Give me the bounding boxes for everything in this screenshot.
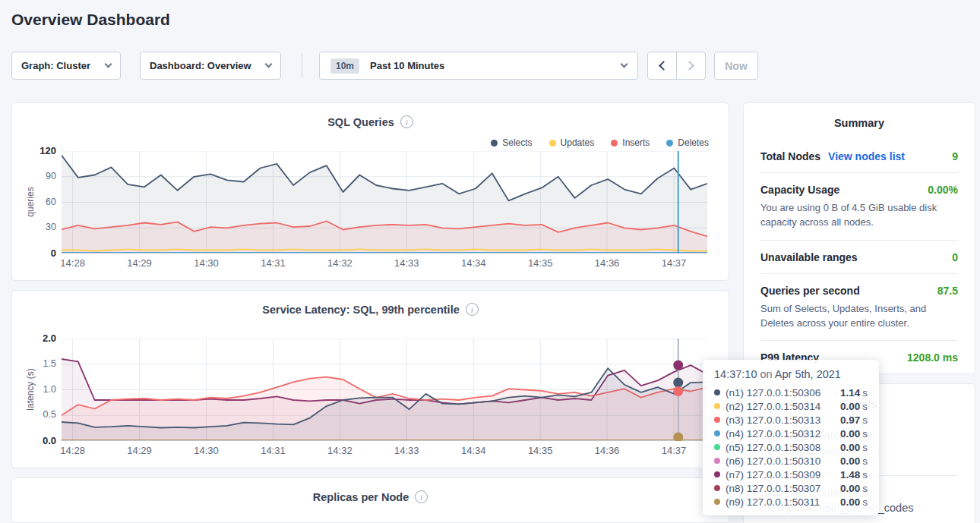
tooltip-node-row: (n8) 127.0.0.1:503070.00s: [714, 481, 868, 495]
sql-queries-chart-card: SQL Queries SelectsUpdatesInsertsDeletes…: [11, 102, 729, 281]
chart-title: Service Latency: SQL, 99th percentile: [262, 304, 460, 316]
node-color-dot: [714, 389, 720, 395]
info-icon[interactable]: [466, 303, 479, 316]
summary-rows: Total NodesView nodes list9Capacity Usag…: [760, 140, 958, 373]
x-axis-tick: 14:34: [454, 445, 492, 456]
node-latency-value: 0.00s: [840, 428, 868, 440]
node-latency-value: 0.97s: [840, 414, 868, 426]
y-axis-tick: 1.5: [23, 358, 56, 369]
x-axis-tick: 14:36: [588, 257, 626, 269]
service-latency-chart-card: Service Latency: SQL, 99th percentile la…: [11, 290, 729, 468]
now-button-label: Now: [725, 60, 748, 72]
legend-dot: [491, 140, 498, 147]
y-axis-tick: 90: [23, 171, 56, 181]
node-label: (n6) 127.0.0.1:50310: [726, 455, 820, 467]
time-step-buttons: [647, 52, 706, 80]
chart-title: Replicas per Node: [313, 491, 409, 503]
summary-row-description: You are using 0 B of 4.5 GiB usable disk…: [760, 201, 958, 230]
legend-dot: [666, 140, 673, 147]
x-axis-tick: 14:32: [321, 257, 359, 269]
controls-divider: [302, 53, 302, 78]
time-back-button[interactable]: [648, 52, 677, 79]
summary-row: Unavailable ranges0: [760, 240, 958, 273]
sql-queries-chart[interactable]: [62, 151, 707, 254]
x-axis-tick: 14:35: [521, 257, 559, 269]
node-label: (n9) 127.0.0.1:50311: [726, 496, 820, 508]
legend-dot: [611, 140, 618, 147]
summary-row-value: 87.5: [937, 285, 958, 297]
node-color-dot: [714, 458, 720, 464]
tooltip-timestamp: 14:37:10 on Apr 5th, 2021: [714, 368, 868, 380]
node-latency-value: 0.00s: [840, 496, 868, 508]
node-label: (n5) 127.0.0.1:50308: [726, 442, 820, 453]
x-axis-tick: 14:37: [655, 445, 693, 456]
node-latency-unit: s: [862, 428, 868, 440]
x-axis-tick: 14:29: [121, 445, 159, 456]
summary-card: Summary Total NodesView nodes list9Capac…: [743, 102, 975, 374]
summary-row-label: Queries per second: [760, 285, 860, 297]
node-label: (n8) 127.0.0.1:50307: [726, 483, 820, 494]
node-color-dot: [714, 403, 720, 409]
tooltip-node-row: (n1) 127.0.0.1:503061.14s: [714, 386, 868, 399]
dashboard-selector-label: Dashboard: Overview: [150, 60, 251, 71]
hover-tooltip: 14:37:10 on Apr 5th, 2021 (n1) 127.0.0.1…: [703, 360, 879, 515]
chevron-left-icon: [659, 61, 669, 71]
node-label: (n1) 127.0.0.1:50306: [726, 387, 820, 399]
legend-item[interactable]: Deletes: [666, 137, 709, 148]
dashboard-selector-dropdown[interactable]: Dashboard: Overview: [140, 52, 281, 80]
time-range-selector[interactable]: 10m Past 10 Minutes: [319, 52, 638, 80]
node-latency-value: 1.14s: [840, 387, 868, 399]
graph-selector-dropdown[interactable]: Graph: Cluster: [11, 52, 121, 80]
tooltip-date: Apr 5th, 2021: [775, 368, 841, 380]
chevron-down-icon: [265, 61, 273, 68]
x-axis-tick: 14:33: [387, 257, 425, 269]
summary-row-label: Total Nodes: [760, 150, 820, 162]
service-latency-chart[interactable]: [62, 339, 707, 441]
tooltip-node-row: (n7) 127.0.0.1:503091.48s: [714, 468, 868, 481]
graph-selector-label: Graph: Cluster: [21, 60, 90, 71]
summary-row-main: Queries per second87.5: [760, 285, 958, 297]
x-axis-tick: 14:29: [121, 257, 159, 269]
node-latency-unit: s: [862, 469, 868, 480]
node-latency-unit: s: [862, 496, 868, 508]
summary-title: Summary: [760, 103, 958, 129]
x-axis-tick: 14:31: [254, 445, 292, 456]
view-nodes-list-link[interactable]: View nodes list: [828, 150, 905, 162]
now-button[interactable]: Now: [714, 52, 758, 80]
legend-item[interactable]: Updates: [549, 137, 595, 148]
node-latency-unit: s: [862, 401, 868, 412]
time-forward-button[interactable]: [677, 52, 705, 79]
node-label: (n4) 127.0.0.1:50312: [726, 428, 820, 440]
info-icon[interactable]: [415, 490, 428, 503]
legend-item[interactable]: Inserts: [611, 137, 650, 148]
node-latency-unit: s: [862, 483, 868, 494]
tooltip-node-row: (n3) 127.0.0.1:503130.97s: [714, 413, 868, 427]
legend-item[interactable]: Selects: [491, 137, 532, 148]
info-icon[interactable]: [400, 115, 413, 128]
summary-row: Capacity Usage0.00%You are using 0 B of …: [760, 172, 958, 240]
summary-row-main: Total NodesView nodes list9: [760, 150, 958, 162]
node-label: (n3) 127.0.0.1:50313: [726, 414, 820, 426]
replicas-per-node-chart-card: Replicas per Node: [11, 477, 729, 523]
y-axis-tick: 30: [23, 222, 56, 232]
y-axis-tick: 0: [23, 247, 56, 259]
chart-legend: SelectsUpdatesInsertsDeletes: [491, 137, 709, 148]
y-axis-tick: 2.0: [23, 332, 56, 344]
node-latency-unit: s: [862, 387, 868, 399]
tooltip-node-row: (n4) 127.0.0.1:503120.00s: [714, 427, 868, 440]
x-axis-tick: 14:33: [387, 445, 425, 456]
node-latency-unit: s: [862, 442, 868, 453]
node-color-dot: [714, 444, 720, 450]
node-latency-unit: s: [862, 414, 868, 426]
tooltip-node-row: (n2) 127.0.0.1:503140.00s: [714, 399, 868, 413]
node-color-dot: [714, 485, 720, 491]
time-range-badge: 10m: [330, 58, 359, 74]
node-latency-value: 0.00s: [840, 483, 868, 494]
x-axis-tick: 14:36: [588, 445, 626, 456]
chevron-right-icon: [684, 61, 694, 71]
x-axis-tick: 14:30: [188, 445, 226, 456]
tooltip-node-rows: (n1) 127.0.0.1:503061.14s(n2) 127.0.0.1:…: [714, 386, 868, 509]
node-label: (n7) 127.0.0.1:50309: [726, 469, 820, 480]
node-color-dot: [714, 471, 720, 477]
summary-row: Total NodesView nodes list9: [760, 140, 958, 172]
